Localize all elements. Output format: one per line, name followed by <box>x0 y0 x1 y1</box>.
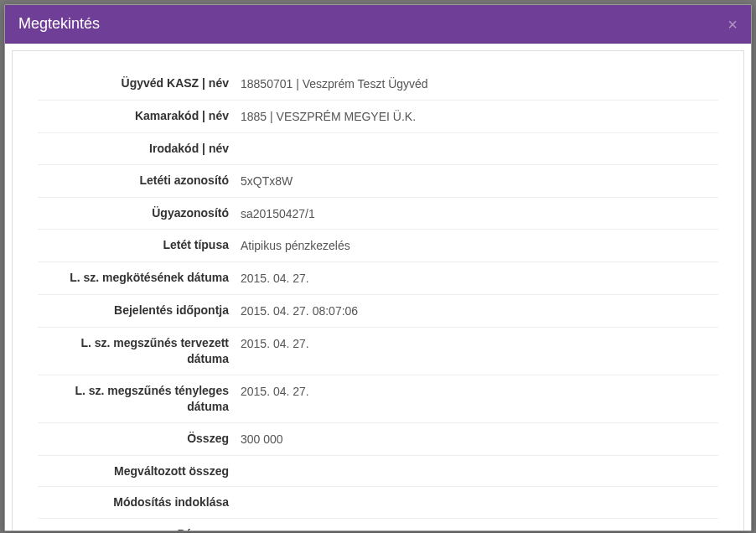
detail-label: Összeg <box>38 431 237 447</box>
modal-header: Megtekintés × <box>5 5 751 43</box>
detail-label: Megváltozott összeg <box>38 463 237 479</box>
close-icon[interactable]: × <box>728 16 738 33</box>
modal-title: Megtekintés <box>18 15 100 33</box>
detail-value: 300 000 <box>237 431 718 448</box>
detail-label: Letét típusa <box>38 237 237 253</box>
detail-value: 2015. 04. 27. <box>237 335 718 352</box>
row-ugyazonosito: Ügyazonosító sa20150427/1 <box>38 198 718 230</box>
detail-value: sa20150427/1 <box>237 205 718 222</box>
detail-label: Irodakód | név <box>38 141 237 157</box>
detail-label: L. sz. megszűnés tényleges dátuma <box>38 383 237 415</box>
row-lsz-megszunes-tervezett: L. sz. megszűnés tervezett dátuma 2015. … <box>38 328 718 375</box>
detail-label: Pénznem <box>38 526 237 530</box>
row-leteti-azonosito: Letéti azonosító 5xQTx8W <box>38 165 718 198</box>
modal-body-wrap: Ügyvéd KASZ | név 18850701 | Veszprém Te… <box>5 43 751 530</box>
row-irodakod-nev: Irodakód | név <box>38 133 718 165</box>
detail-value: 5xQTx8W <box>237 173 718 189</box>
detail-label: L. sz. megszűnés tervezett dátuma <box>38 335 237 367</box>
detail-label: Ügyvéd KASZ | név <box>38 75 237 91</box>
detail-value: 2015. 04. 27. <box>237 270 718 287</box>
row-ugyved-kasz-nev: Ügyvéd KASZ | név 18850701 | Veszprém Te… <box>38 68 718 101</box>
detail-label: Módosítás indoklása <box>38 494 237 510</box>
row-penznem: Pénznem HUF <box>38 519 718 530</box>
row-osszeg: Összeg 300 000 <box>38 423 718 456</box>
detail-value: 1885 | VESZPRÉM MEGYEI Ü.K. <box>237 108 718 125</box>
row-bejelentes-idopontja: Bejelentés időpontja 2015. 04. 27. 08:07… <box>38 295 718 328</box>
detail-value: HUF <box>237 526 718 530</box>
detail-value <box>237 141 718 142</box>
detail-value: 2015. 04. 27. 08:07:06 <box>237 303 718 319</box>
detail-panel: Ügyvéd KASZ | név 18850701 | Veszprém Te… <box>12 50 744 530</box>
detail-value: 18850701 | Veszprém Teszt Ügyvéd <box>237 75 718 92</box>
detail-label: Ügyazonosító <box>38 205 237 221</box>
detail-value <box>237 463 718 464</box>
detail-label: Bejelentés időpontja <box>38 303 237 318</box>
row-megvaltozott-osszeg: Megváltozott összeg <box>38 456 718 488</box>
detail-value: Atipikus pénzkezelés <box>237 237 718 254</box>
detail-value <box>237 494 718 495</box>
row-letet-tipusa: Letét típusa Atipikus pénzkezelés <box>38 230 718 262</box>
detail-label: Letéti azonosító <box>38 173 237 189</box>
modal-body[interactable]: Ügyvéd KASZ | név 18850701 | Veszprém Te… <box>5 44 751 530</box>
row-kamarakod-nev: Kamarakód | név 1885 | VESZPRÉM MEGYEI Ü… <box>38 101 718 133</box>
row-lsz-megszunes-tenyleges: L. sz. megszűnés tényleges dátuma 2015. … <box>38 375 718 423</box>
detail-value: 2015. 04. 27. <box>237 383 718 400</box>
detail-label: Kamarakód | név <box>38 108 237 124</box>
row-lsz-megkotes-datuma: L. sz. megkötésének dátuma 2015. 04. 27. <box>38 262 718 295</box>
row-modositas-indoklasa: Módosítás indoklása <box>38 487 718 519</box>
detail-label: L. sz. megkötésének dátuma <box>38 270 237 286</box>
view-modal: Megtekintés × Ügyvéd KASZ | név 18850701… <box>4 4 752 531</box>
